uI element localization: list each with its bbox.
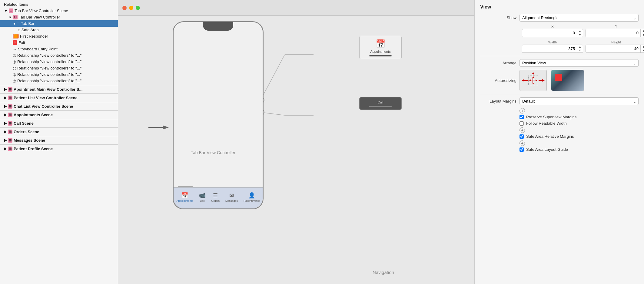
separator1 — [480, 56, 639, 56]
height-increment[interactable]: ▲ — [641, 45, 644, 49]
separator2 — [480, 94, 639, 94]
sidebar-item-tab-bar-vc-scene[interactable]: ▼ ⊞ Tab Bar View Controller Scene — [0, 8, 118, 14]
divider — [0, 127, 118, 128]
width-increment[interactable]: ▲ — [577, 45, 583, 49]
sidebar-item-label: Relationship "view controllers" to "..." — [17, 79, 81, 83]
width-input[interactable] — [522, 45, 577, 52]
sidebar-item-patient-profile-scene[interactable]: ▶ ⊞ Patient Profile Scene — [0, 146, 118, 152]
show-select[interactable]: Alignment Rectangle Frame Rectangle — [520, 14, 639, 22]
scene-icon: ⊞ — [9, 8, 13, 13]
close-button[interactable] — [122, 6, 127, 10]
safe-area-relative-checkbox[interactable] — [520, 134, 524, 139]
preserve-superview-checkbox[interactable] — [520, 115, 524, 119]
show-select-wrapper: Alignment Rectangle Frame Rectangle — [520, 14, 639, 22]
sidebar-item-orders-scene[interactable]: ▶ ⊞ Orders Scene — [0, 129, 118, 135]
width-stepper[interactable]: ▲ ▼ — [577, 45, 583, 53]
preview-thumbnail — [551, 70, 584, 91]
sidebar-item-storyboard-entry[interactable]: → Storyboard Entry Point — [0, 46, 118, 52]
sidebar-item-patient-list[interactable]: ▶ ⊞ Patient List View Controller Scene — [0, 95, 118, 101]
ar-right-line — [539, 80, 542, 81]
height-input[interactable] — [586, 45, 640, 52]
chevron-right-icon: ▶ — [4, 87, 7, 91]
maximize-button[interactable] — [136, 6, 140, 10]
height-stepper[interactable]: ▲ ▼ — [640, 45, 644, 53]
preserve-superview-label[interactable]: Preserve Superview Margins — [526, 115, 576, 119]
plus-button-2[interactable]: + — [520, 127, 525, 133]
y-stepper[interactable]: ▲ ▼ — [640, 29, 644, 37]
sidebar-item-related-items[interactable]: Related Items — [0, 1, 118, 8]
vc-icon: ⊡ — [13, 15, 18, 19]
safe-area-relative-label[interactable]: Safe Area Relative Margins — [526, 134, 574, 139]
sidebar-item-rel5[interactable]: ◎ Relationship "view controllers" to "..… — [0, 78, 118, 84]
chevron-right-icon: ▶ — [4, 130, 7, 134]
sidebar-item-rel2[interactable]: ◎ Relationship "view controllers" to "..… — [0, 59, 118, 65]
height-decrement[interactable]: ▼ — [641, 49, 644, 52]
sidebar-item-exit[interactable]: ✕ Exit — [0, 39, 118, 46]
ar-inner-bottom-arrow — [532, 83, 534, 84]
rel-icon: ◎ — [13, 79, 16, 83]
tabbar-indicator — [178, 186, 193, 187]
y-increment[interactable]: ▲ — [641, 29, 644, 33]
tab-appointments[interactable]: 📅 Appointments — [176, 192, 193, 202]
sidebar-item-label: Relationship "view controllers" to "..." — [17, 72, 81, 77]
y-decrement[interactable]: ▼ — [641, 33, 644, 37]
sidebar-item-rel3[interactable]: ◎ Relationship "view controllers" to "..… — [0, 65, 118, 71]
sidebar-item-call-scene[interactable]: ▶ ⊞ Call Scene — [0, 120, 118, 127]
arrow-icon: → — [13, 47, 17, 51]
arrange-select[interactable]: Position View Size to Fit Content Update… — [520, 59, 639, 67]
scene-icon: ⊞ — [8, 147, 12, 151]
sidebar-item-appoint-main[interactable]: ▶ ⊞ Apointment Main View Controller S... — [0, 86, 118, 93]
safe-area-layout-label[interactable]: Safe Area Layout Guide — [526, 147, 568, 152]
width-input-wrap: ▲ ▼ — [522, 45, 583, 53]
sidebar-item-rel1[interactable]: ◎ Relationship "view controllers" to "..… — [0, 52, 118, 59]
follow-readable-label[interactable]: Follow Readable Width — [526, 121, 567, 126]
show-label: Show — [480, 15, 516, 20]
sidebar-item-appointments-scene[interactable]: ▶ ⊞ Appointments Scene — [0, 112, 118, 118]
call-indicator — [369, 106, 391, 107]
scene-icon: ⊞ — [8, 121, 12, 126]
sidebar-item-messages-scene[interactable]: ▶ ⊞ Messages Scene — [0, 137, 118, 144]
follow-readable-checkbox[interactable] — [520, 121, 524, 126]
autoresizing-label: Autoresizing — [480, 78, 516, 83]
sidebar-item-tab-bar-vc[interactable]: ▼ ⊡ Tab Bar View Controller — [0, 14, 118, 20]
x-input[interactable] — [522, 29, 577, 36]
sidebar-item-label: Patient Profile Scene — [14, 147, 53, 151]
layout-margins-select[interactable]: Default Fixed Language Directional — [520, 97, 639, 105]
plus-row-1: + — [480, 108, 639, 113]
width-decrement[interactable]: ▼ — [577, 49, 583, 52]
width-label: Width — [548, 40, 557, 44]
chevron-right-icon: ▶ — [4, 96, 7, 100]
checkbox-follow-readable: Follow Readable Width — [480, 121, 639, 126]
rel-icon: ◎ — [13, 66, 16, 70]
ar-left-arrow — [522, 79, 524, 82]
show-row: Show Alignment Rectangle Frame Rectangle — [480, 14, 639, 22]
tab-orders[interactable]: ☰ Orders — [211, 192, 220, 202]
preview-thumb-red — [555, 74, 562, 81]
sidebar-item-label: Orders Scene — [14, 130, 39, 134]
divider — [0, 119, 118, 119]
width-field: Width ▲ ▼ — [522, 40, 583, 53]
plus-button-1[interactable]: + — [520, 108, 525, 113]
sidebar-item-first-responder[interactable]: 🟧 First Responder — [0, 33, 118, 39]
tab-profile[interactable]: 👤 PatientProfile — [244, 192, 260, 202]
sidebar-item-tab-bar[interactable]: ▼ ⠿ Tab Bar — [0, 20, 118, 27]
layout-margins-label: Layout Margins — [480, 99, 516, 103]
x-label: X — [551, 25, 553, 28]
x-decrement[interactable]: ▼ — [577, 33, 583, 37]
ar-inner-left-arrow — [529, 79, 531, 81]
sidebar-item-safe-area[interactable]: □ Safe Area — [0, 27, 118, 33]
tab-messages[interactable]: ✉ Messages — [225, 192, 238, 202]
y-input[interactable] — [586, 29, 640, 36]
sidebar-item-label: Related Items — [4, 2, 28, 7]
x-stepper[interactable]: ▲ ▼ — [577, 29, 583, 37]
left-panel: Related Items ▼ ⊞ Tab Bar View Controlle… — [0, 0, 118, 284]
sidebar-item-chat-list[interactable]: ▶ ⊞ Chat List View Controller Scene — [0, 103, 118, 110]
chevron-down-icon: ▼ — [8, 15, 12, 19]
tab-call[interactable]: 📹 Call — [199, 192, 206, 202]
call-tab-icon: 📹 — [199, 192, 206, 199]
x-increment[interactable]: ▲ — [577, 29, 583, 33]
sidebar-item-rel4[interactable]: ◎ Relationship "view controllers" to "..… — [0, 71, 118, 78]
minimize-button[interactable] — [129, 6, 133, 10]
plus-button-3[interactable]: + — [520, 140, 525, 146]
safe-area-layout-checkbox[interactable] — [520, 147, 524, 152]
